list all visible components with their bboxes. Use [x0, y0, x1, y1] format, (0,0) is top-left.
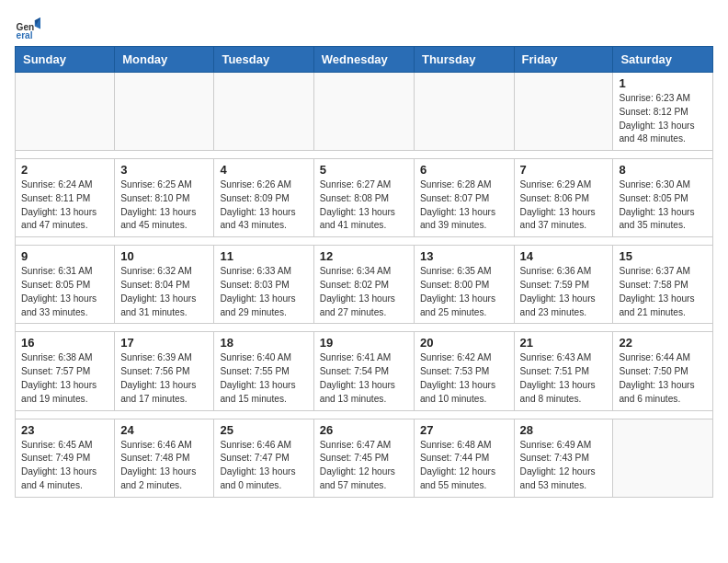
day-info: Sunrise: 6:34 AM Sunset: 8:02 PM Dayligh…: [320, 265, 408, 319]
calendar-cell: 22Sunrise: 6:44 AM Sunset: 7:50 PM Dayli…: [613, 332, 713, 410]
calendar-cell: [414, 73, 514, 151]
logo-icon: Gen eral: [15, 15, 40, 40]
calendar-cell: 12Sunrise: 6:34 AM Sunset: 8:02 PM Dayli…: [313, 246, 414, 324]
weekday-header-monday: Monday: [115, 47, 214, 73]
day-number: 14: [520, 249, 608, 263]
day-info: Sunrise: 6:28 AM Sunset: 8:07 PM Dayligh…: [420, 178, 508, 233]
day-info: Sunrise: 6:49 AM Sunset: 7:43 PM Dayligh…: [520, 439, 608, 493]
calendar-cell: 23Sunrise: 6:45 AM Sunset: 7:49 PM Dayli…: [16, 419, 115, 497]
calendar-cell: 8Sunrise: 6:30 AM Sunset: 8:05 PM Daylig…: [613, 159, 713, 237]
weekday-header-thursday: Thursday: [414, 47, 514, 73]
day-number: 13: [420, 249, 508, 263]
day-number: 10: [120, 249, 208, 263]
weekday-header-row: SundayMondayTuesdayWednesdayThursdayFrid…: [16, 47, 713, 73]
separator-cell: [16, 324, 713, 332]
calendar-cell: 17Sunrise: 6:39 AM Sunset: 7:56 PM Dayli…: [115, 332, 214, 410]
calendar-cell: 28Sunrise: 6:49 AM Sunset: 7:43 PM Dayli…: [514, 419, 613, 497]
day-number: 20: [420, 336, 508, 350]
day-number: 7: [520, 163, 608, 177]
calendar-cell: 19Sunrise: 6:41 AM Sunset: 7:54 PM Dayli…: [313, 332, 414, 410]
day-number: 9: [21, 249, 108, 263]
calendar-cell: [613, 419, 713, 497]
day-info: Sunrise: 6:41 AM Sunset: 7:54 PM Dayligh…: [320, 351, 408, 406]
calendar-cell: 24Sunrise: 6:46 AM Sunset: 7:48 PM Dayli…: [115, 419, 214, 497]
calendar: SundayMondayTuesdayWednesdayThursdayFrid…: [15, 46, 713, 498]
calendar-cell: 7Sunrise: 6:29 AM Sunset: 8:06 PM Daylig…: [514, 159, 613, 237]
day-number: 18: [220, 336, 307, 350]
logo: Gen eral: [15, 15, 44, 40]
svg-text:eral: eral: [17, 30, 33, 40]
weekday-header-sunday: Sunday: [16, 47, 115, 73]
separator-cell: [16, 410, 713, 419]
calendar-cell: 6Sunrise: 6:28 AM Sunset: 8:07 PM Daylig…: [414, 159, 514, 237]
day-number: 6: [420, 163, 508, 177]
calendar-cell: [16, 73, 115, 151]
separator-cell: [16, 151, 713, 159]
calendar-cell: 9Sunrise: 6:31 AM Sunset: 8:05 PM Daylig…: [16, 246, 115, 324]
week-separator: [16, 410, 713, 419]
separator-cell: [16, 237, 713, 246]
day-number: 25: [220, 423, 307, 437]
calendar-cell: 13Sunrise: 6:35 AM Sunset: 8:00 PM Dayli…: [414, 246, 514, 324]
day-number: 4: [220, 163, 307, 177]
day-number: 5: [320, 163, 408, 177]
header: Gen eral: [15, 15, 713, 40]
day-info: Sunrise: 6:33 AM Sunset: 8:03 PM Dayligh…: [220, 265, 307, 319]
calendar-cell: [313, 73, 414, 151]
day-number: 1: [619, 76, 707, 90]
day-info: Sunrise: 6:31 AM Sunset: 8:05 PM Dayligh…: [21, 265, 108, 319]
calendar-cell: [514, 73, 613, 151]
day-number: 15: [619, 249, 707, 263]
week-row-2: 2Sunrise: 6:24 AM Sunset: 8:11 PM Daylig…: [16, 159, 713, 237]
day-info: Sunrise: 6:47 AM Sunset: 7:45 PM Dayligh…: [320, 439, 408, 493]
day-info: Sunrise: 6:25 AM Sunset: 8:10 PM Dayligh…: [120, 178, 208, 233]
day-number: 8: [619, 163, 707, 177]
day-info: Sunrise: 6:30 AM Sunset: 8:05 PM Dayligh…: [619, 178, 707, 233]
weekday-header-tuesday: Tuesday: [214, 47, 313, 73]
calendar-cell: 25Sunrise: 6:46 AM Sunset: 7:47 PM Dayli…: [214, 419, 313, 497]
day-info: Sunrise: 6:46 AM Sunset: 7:48 PM Dayligh…: [120, 439, 208, 493]
day-info: Sunrise: 6:32 AM Sunset: 8:04 PM Dayligh…: [120, 265, 208, 319]
calendar-cell: 1Sunrise: 6:23 AM Sunset: 8:12 PM Daylig…: [613, 73, 713, 151]
calendar-cell: 16Sunrise: 6:38 AM Sunset: 7:57 PM Dayli…: [16, 332, 115, 410]
day-info: Sunrise: 6:24 AM Sunset: 8:11 PM Dayligh…: [21, 178, 108, 233]
calendar-cell: [115, 73, 214, 151]
day-number: 28: [520, 423, 608, 437]
day-info: Sunrise: 6:35 AM Sunset: 8:00 PM Dayligh…: [420, 265, 508, 319]
day-number: 22: [619, 336, 707, 350]
day-number: 26: [320, 423, 408, 437]
calendar-cell: 15Sunrise: 6:37 AM Sunset: 7:58 PM Dayli…: [613, 246, 713, 324]
calendar-cell: 18Sunrise: 6:40 AM Sunset: 7:55 PM Dayli…: [214, 332, 313, 410]
day-number: 16: [21, 336, 108, 350]
day-number: 24: [120, 423, 208, 437]
day-info: Sunrise: 6:23 AM Sunset: 8:12 PM Dayligh…: [619, 92, 707, 146]
day-info: Sunrise: 6:39 AM Sunset: 7:56 PM Dayligh…: [120, 351, 208, 406]
day-info: Sunrise: 6:29 AM Sunset: 8:06 PM Dayligh…: [520, 178, 608, 233]
calendar-cell: [214, 73, 313, 151]
weekday-header-friday: Friday: [514, 47, 613, 73]
day-number: 21: [520, 336, 608, 350]
week-row-3: 9Sunrise: 6:31 AM Sunset: 8:05 PM Daylig…: [16, 246, 713, 324]
week-separator: [16, 151, 713, 159]
day-number: 12: [320, 249, 408, 263]
calendar-cell: 20Sunrise: 6:42 AM Sunset: 7:53 PM Dayli…: [414, 332, 514, 410]
weekday-header-wednesday: Wednesday: [313, 47, 414, 73]
day-info: Sunrise: 6:44 AM Sunset: 7:50 PM Dayligh…: [619, 351, 707, 406]
calendar-cell: 27Sunrise: 6:48 AM Sunset: 7:44 PM Dayli…: [414, 419, 514, 497]
calendar-cell: 4Sunrise: 6:26 AM Sunset: 8:09 PM Daylig…: [214, 159, 313, 237]
day-number: 11: [220, 249, 307, 263]
day-number: 3: [120, 163, 208, 177]
day-info: Sunrise: 6:43 AM Sunset: 7:51 PM Dayligh…: [520, 351, 608, 406]
day-info: Sunrise: 6:38 AM Sunset: 7:57 PM Dayligh…: [21, 351, 108, 406]
day-number: 19: [320, 336, 408, 350]
calendar-cell: 10Sunrise: 6:32 AM Sunset: 8:04 PM Dayli…: [115, 246, 214, 324]
day-number: 27: [420, 423, 508, 437]
day-info: Sunrise: 6:37 AM Sunset: 7:58 PM Dayligh…: [619, 265, 707, 319]
week-row-5: 23Sunrise: 6:45 AM Sunset: 7:49 PM Dayli…: [16, 419, 713, 497]
week-row-1: 1Sunrise: 6:23 AM Sunset: 8:12 PM Daylig…: [16, 73, 713, 151]
day-info: Sunrise: 6:40 AM Sunset: 7:55 PM Dayligh…: [220, 351, 307, 406]
week-separator: [16, 237, 713, 246]
calendar-cell: 14Sunrise: 6:36 AM Sunset: 7:59 PM Dayli…: [514, 246, 613, 324]
day-info: Sunrise: 6:36 AM Sunset: 7:59 PM Dayligh…: [520, 265, 608, 319]
day-number: 23: [21, 423, 108, 437]
